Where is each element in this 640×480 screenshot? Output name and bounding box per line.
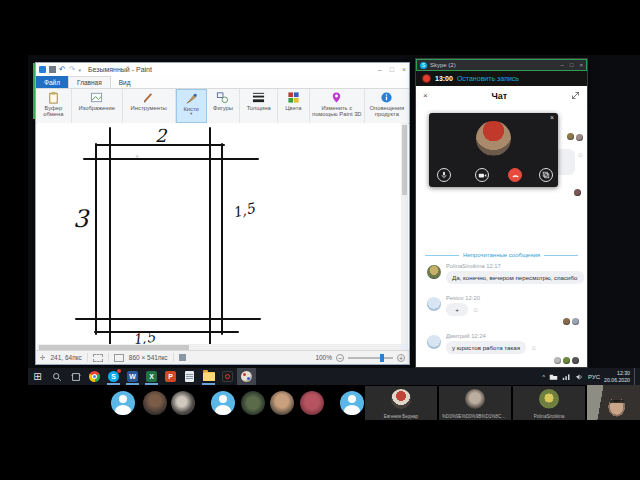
- unread-divider: Непрочитанные сообщения: [425, 252, 578, 258]
- paint-menu-tabs: Файл Главная Вид: [36, 76, 409, 89]
- taskbar-excel[interactable]: X: [142, 368, 161, 385]
- tray-date: 20.06.2020: [604, 377, 630, 383]
- word-icon: W: [127, 371, 138, 382]
- paint-minimize-button[interactable]: –: [378, 66, 382, 73]
- skype-close-button[interactable]: ×: [579, 62, 583, 68]
- tray-chevron-icon[interactable]: ^: [542, 374, 545, 380]
- chat-title: Чат: [428, 91, 571, 101]
- alerts-button[interactable]: Оповещения продукта: [365, 89, 409, 123]
- call-avatar: [476, 121, 511, 156]
- vertical-scrollbar[interactable]: [401, 123, 408, 344]
- stop-recording-link[interactable]: Остановить запись: [457, 75, 519, 82]
- shapes-button[interactable]: Фигуры: [207, 89, 241, 123]
- search-button[interactable]: [47, 368, 66, 385]
- network-icon[interactable]: [562, 373, 571, 381]
- expand-chat-icon[interactable]: [571, 91, 580, 100]
- taskbar-paint[interactable]: [237, 368, 256, 385]
- zoom-slider-thumb[interactable]: [380, 354, 384, 362]
- reaction-smiley-icon[interactable]: ☺: [472, 306, 479, 313]
- brushes-button[interactable]: Кисти ▾: [176, 89, 207, 123]
- taskbar-skype[interactable]: S: [104, 368, 123, 385]
- taskbar-word[interactable]: W: [123, 368, 142, 385]
- tile-avatar: [539, 389, 559, 409]
- paint-close-button[interactable]: ×: [402, 66, 406, 73]
- paint-statusbar: ✛ 241, 64пкс 860 × 541пкс 100% − +: [36, 350, 409, 364]
- colors-button[interactable]: Цвета: [278, 89, 310, 123]
- call-overlay[interactable]: ×: [429, 113, 558, 187]
- undo-icon[interactable]: ↶: [59, 65, 66, 74]
- call-close-icon[interactable]: ×: [550, 114, 554, 121]
- zoom-out-button[interactable]: −: [336, 354, 344, 362]
- disk-icon: [179, 354, 186, 361]
- read-receipt-avatar: [572, 318, 579, 325]
- canvas-cursor-cross: +: [135, 153, 139, 160]
- recording-dot-icon: [422, 74, 431, 83]
- taskbar-powerpoint[interactable]: P: [161, 368, 180, 385]
- chat-body: не ☺ ×: [417, 105, 586, 366]
- tray-folder-icon[interactable]: [549, 373, 558, 381]
- avatar[interactable]: [427, 265, 441, 279]
- recording-time: 13:00: [435, 75, 453, 82]
- clipboard-button[interactable]: Буфер обмена: [36, 89, 72, 123]
- language-indicator[interactable]: РУС: [588, 374, 600, 380]
- powerpoint-icon: P: [165, 371, 176, 382]
- image-button[interactable]: Изображение: [72, 89, 123, 123]
- selection-size-icon: [93, 354, 103, 362]
- tools-button[interactable]: Инструменты: [123, 89, 176, 123]
- size-button[interactable]: Толщина: [240, 89, 278, 123]
- message-author[interactable]: Pestov: [446, 295, 464, 301]
- camera-button[interactable]: [475, 168, 489, 182]
- mute-mic-button[interactable]: [437, 168, 451, 182]
- tray-clock[interactable]: 12:30 20.06.2020: [604, 370, 630, 382]
- vertical-scroll-thumb[interactable]: [402, 125, 407, 195]
- read-receipt-avatar: [563, 357, 570, 364]
- save-icon[interactable]: [49, 66, 56, 73]
- redo-icon[interactable]: ↷: [69, 65, 76, 74]
- tab-home[interactable]: Главная: [68, 76, 111, 88]
- quickbar-dropdown-icon[interactable]: ▾: [78, 67, 81, 73]
- active-indicator: [126, 383, 139, 385]
- message-time: 12:17: [486, 263, 501, 269]
- taskbar-document[interactable]: [180, 368, 199, 385]
- skype-window-title: Skype (2): [430, 62, 456, 68]
- paint-canvas-area: 2 3 1,5 1,5 +: [37, 123, 408, 351]
- share-screen-button[interactable]: [539, 168, 553, 182]
- skype-notification-badge: [117, 369, 121, 373]
- message-time: 12:20: [465, 295, 480, 301]
- zoom-slider[interactable]: [348, 357, 393, 359]
- shapes-icon: [216, 91, 229, 104]
- zoom-in-button[interactable]: +: [397, 354, 405, 362]
- taskbar-chrome[interactable]: [85, 368, 104, 385]
- speaker-icon[interactable]: [575, 373, 584, 381]
- taskbar-explorer[interactable]: [199, 368, 218, 385]
- tab-file[interactable]: Файл: [36, 76, 68, 88]
- task-view-icon: [71, 372, 81, 382]
- shapes-label: Фигуры: [213, 105, 233, 111]
- reaction-smiley-icon[interactable]: ☺: [530, 344, 537, 351]
- recording-bar: 13:00 Остановить запись: [416, 71, 587, 86]
- reaction-smiley-icon[interactable]: ☺: [577, 151, 584, 158]
- paint-ribbon: Буфер обмена Изображение Инструменты Кис…: [36, 89, 409, 124]
- taskbar-recorder[interactable]: [218, 368, 237, 385]
- screen: ↶ ↷ ▾ Безымянный - Paint – □ × Файл Глав…: [0, 0, 640, 480]
- tab-view[interactable]: Вид: [111, 76, 139, 88]
- skype-minimize-button[interactable]: –: [561, 62, 564, 68]
- chat-header: × Чат: [416, 86, 587, 106]
- skype-maximize-button[interactable]: □: [570, 62, 574, 68]
- avatar[interactable]: [427, 297, 441, 311]
- show-desktop-button[interactable]: [634, 368, 638, 385]
- task-view-button[interactable]: [66, 368, 85, 385]
- message-author[interactable]: Дмитрий: [446, 333, 470, 339]
- end-call-button[interactable]: [508, 168, 522, 182]
- avatar[interactable]: [427, 335, 441, 349]
- unread-divider-label: Непрочитанные сообщения: [463, 252, 540, 258]
- paint-titlebar[interactable]: ↶ ↷ ▾ Безымянный - Paint – □ ×: [36, 63, 409, 76]
- start-button[interactable]: ⊞: [28, 368, 47, 385]
- paint-canvas[interactable]: 2 3 1,5 1,5 +: [37, 123, 401, 344]
- colors-label: Цвета: [285, 105, 301, 111]
- skype-titlebar[interactable]: S Skype (2) – □ ×: [416, 59, 587, 71]
- paint3d-button[interactable]: Изменить с помощью Paint 3D: [310, 89, 365, 123]
- paint-maximize-button[interactable]: □: [390, 66, 394, 73]
- folder-icon: [203, 372, 215, 381]
- message-author[interactable]: PolinaSirotkina: [446, 263, 485, 269]
